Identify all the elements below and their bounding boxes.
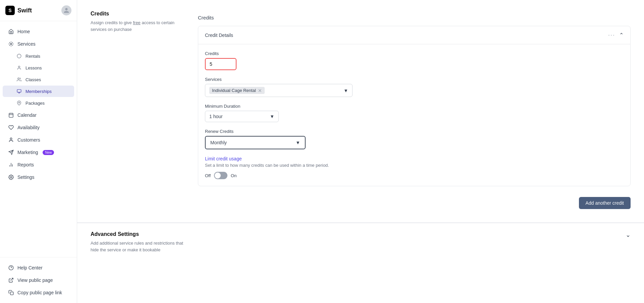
toggle-off-label: Off (205, 173, 211, 178)
credits-section-right: Credits Credit Details ··· ⌃ Credits (198, 11, 631, 212)
limit-title: Limit credit usage (205, 156, 624, 161)
svg-point-1 (17, 54, 21, 58)
sidebar-item-settings[interactable]: Settings (3, 171, 74, 183)
sidebar-item-label-calendar: Calendar (17, 112, 37, 118)
sidebar-item-customers[interactable]: Customers (3, 134, 74, 146)
packages-icon (16, 100, 22, 106)
external-link-icon (8, 277, 14, 283)
logo: S Swift (5, 6, 32, 15)
credits-card-actions: ··· ⌃ (608, 32, 624, 39)
sidebar-item-label-rentals: Rentals (25, 54, 40, 59)
svg-point-3 (18, 78, 19, 80)
customers-icon (8, 137, 14, 143)
sidebar-item-copy-public-link[interactable]: Copy public page link (3, 287, 74, 299)
credits-amount-input[interactable] (206, 59, 236, 69)
credits-section-left: Credits Assign credits to give free acce… (91, 11, 184, 212)
sidebar-item-label-copy-public-link: Copy public page link (17, 290, 62, 295)
duration-chevron-down-icon: ▼ (270, 114, 274, 119)
sidebar-item-home[interactable]: Home (3, 26, 74, 38)
svg-point-18 (10, 176, 12, 178)
sidebar-item-calendar[interactable]: Calendar (3, 109, 74, 121)
advanced-settings-expand-button[interactable]: ⌄ (626, 231, 631, 239)
rentals-icon (16, 53, 22, 59)
settings-icon (8, 174, 14, 180)
help-icon (8, 265, 14, 271)
credits-card-header: Credit Details ··· ⌃ (198, 26, 630, 44)
sidebar-item-view-public-page[interactable]: View public page (3, 274, 74, 286)
renew-select[interactable]: Monthly ▼ (205, 136, 306, 149)
toggle-row: Off On (205, 172, 624, 179)
credits-amount-wrapper (205, 58, 236, 70)
svg-rect-22 (10, 292, 13, 295)
renew-credits-field-group: Renew Credits Monthly ▼ (205, 129, 624, 149)
credits-section: Credits Assign credits to give free acce… (77, 0, 644, 223)
add-another-credit-button[interactable]: Add another credit (579, 197, 631, 209)
credits-field-label: Credits (205, 51, 624, 56)
svg-point-2 (18, 66, 20, 68)
sidebar-item-reports[interactable]: Reports (3, 159, 74, 171)
svg-point-12 (10, 138, 12, 140)
sidebar-item-label-home: Home (17, 29, 30, 34)
sidebar-item-availability[interactable]: Availability (3, 121, 74, 134)
content-area: Credits Assign credits to give free acce… (77, 0, 644, 261)
sidebar-item-memberships[interactable]: Memberships (3, 86, 74, 97)
services-select[interactable]: Individual Cage Rental ✕ ▼ (205, 84, 353, 97)
limit-credit-usage-section: Limit credit usage Set a limit to how ma… (205, 156, 624, 179)
sidebar-nav: Home Services Rentals Lessons Cl (0, 21, 77, 257)
marketing-badge: New (43, 150, 54, 155)
sidebar-item-packages[interactable]: Packages (3, 97, 74, 109)
min-duration-label: Minimum Duration (205, 104, 624, 109)
collapse-button[interactable]: ⌃ (619, 32, 624, 38)
advanced-settings-right: ⌄ (198, 231, 631, 239)
memberships-icon (16, 88, 22, 94)
sidebar-item-label-settings: Settings (17, 174, 35, 180)
sidebar-item-label-customers: Customers (17, 137, 40, 143)
add-credit-row: Add another credit (198, 192, 631, 212)
sidebar-header: S Swift (0, 0, 77, 21)
sidebar-item-services[interactable]: Services (3, 38, 74, 50)
svg-point-7 (18, 102, 20, 103)
duration-value: 1 hour (209, 114, 223, 119)
logo-icon: S (5, 6, 15, 15)
sidebar: S Swift Home Services Rentals (0, 0, 77, 303)
svg-point-0 (10, 43, 12, 45)
toggle-on-label: On (231, 173, 236, 178)
calendar-icon (8, 112, 14, 118)
duration-select[interactable]: 1 hour ▼ (205, 111, 279, 122)
svg-rect-4 (17, 90, 21, 92)
sidebar-item-label-lessons: Lessons (25, 65, 42, 70)
sidebar-item-label-classes: Classes (25, 77, 41, 82)
services-icon (8, 41, 14, 47)
service-tag: Individual Cage Rental ✕ (209, 87, 265, 94)
sidebar-item-label-view-public-page: View public page (17, 277, 53, 283)
credit-details-label: Credit Details (205, 33, 233, 38)
limit-toggle[interactable] (214, 172, 227, 179)
tag-remove-button[interactable]: ✕ (258, 88, 262, 93)
credits-card: Credit Details ··· ⌃ Credits (198, 26, 631, 186)
sidebar-item-label-reports: Reports (17, 162, 34, 167)
limit-desc: Set a limit to how many credits can be u… (205, 163, 624, 168)
main-content: Credits Assign credits to give free acce… (77, 0, 644, 303)
sidebar-footer: Help Center View public page Copy public… (0, 257, 77, 303)
credits-section-desc: Assign credits to give free access to ce… (91, 19, 184, 33)
app-name: Swift (17, 7, 32, 14)
services-field-label: Services (205, 77, 624, 82)
advanced-settings-left: Advanced Settings Add additional service… (91, 231, 184, 253)
min-duration-field-group: Minimum Duration 1 hour ▼ (205, 104, 624, 122)
sidebar-item-classes[interactable]: Classes (3, 74, 74, 85)
renew-value: Monthly (210, 140, 227, 145)
svg-line-21 (11, 278, 13, 281)
sidebar-item-marketing[interactable]: Marketing New (3, 146, 74, 158)
sidebar-item-label-memberships: Memberships (25, 89, 52, 94)
classes-icon (16, 77, 22, 83)
credits-top-label: Credits (198, 11, 631, 26)
services-field-group: Services Individual Cage Rental ✕ ▼ (205, 77, 624, 97)
copy-icon (8, 290, 14, 296)
advanced-settings-title: Advanced Settings (91, 231, 184, 237)
more-options-button[interactable]: ··· (608, 32, 615, 39)
sidebar-item-lessons[interactable]: Lessons (3, 62, 74, 73)
avatar[interactable] (61, 5, 71, 15)
services-select-inner: Individual Cage Rental ✕ (209, 87, 343, 94)
sidebar-item-help-center[interactable]: Help Center (3, 262, 74, 274)
sidebar-item-rentals[interactable]: Rentals (3, 50, 74, 62)
